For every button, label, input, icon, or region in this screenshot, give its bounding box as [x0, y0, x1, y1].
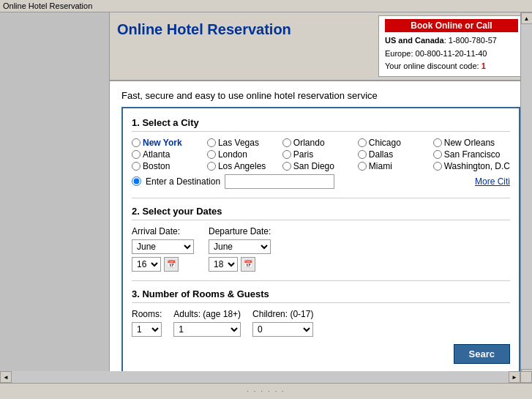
- right-scrollbar[interactable]: ▲ ▼: [520, 12, 532, 381]
- contact-info: US and Canada: 1-800-780-57 Europe: 00-8…: [385, 34, 518, 73]
- city-label-chicago[interactable]: Chicago: [369, 138, 401, 148]
- scroll-up-button[interactable]: ▲: [521, 12, 533, 24]
- city-label-new-orleans[interactable]: New Orleans: [444, 138, 495, 148]
- city-label-los-angeles[interactable]: Los Angeles: [218, 161, 266, 171]
- page-header: Online Hotel Reservation Book Online or …: [110, 12, 532, 81]
- destination-radio[interactable]: [132, 176, 141, 186]
- city-label-paris[interactable]: Paris: [293, 149, 313, 160]
- city-option-san-diego: San Diego: [282, 161, 355, 171]
- city-label-san-diego[interactable]: San Diego: [293, 161, 334, 171]
- city-label-las-vegas[interactable]: Las Vegas: [218, 138, 259, 148]
- city-option-boston: Boston: [132, 161, 204, 171]
- city-grid: New YorkLas VegasOrlandoChicagoNew Orlea…: [132, 138, 510, 171]
- page-title: Online Hotel Reservation: [117, 15, 291, 44]
- hscroll-track[interactable]: [12, 371, 509, 383]
- departure-day-select[interactable]: 1234567891011121314151617181920212223242…: [209, 257, 238, 272]
- radio-paris[interactable]: [282, 150, 291, 159]
- departure-day-controls: 1234567891011121314151617181920212223242…: [209, 257, 271, 272]
- children-group: Children: (0-17) 0 1 2 3: [252, 309, 313, 337]
- city-label-boston[interactable]: Boston: [143, 161, 170, 171]
- subtitle: Fast, secure and easy to use online hote…: [110, 81, 532, 107]
- arrival-day-select[interactable]: 1234567891011121314151617181920212223242…: [132, 257, 161, 272]
- title-bar-label: Online Hotel Reservation: [3, 1, 92, 10]
- city-label-dallas[interactable]: Dallas: [369, 149, 393, 160]
- radio-new-orleans[interactable]: [433, 138, 442, 147]
- radio-chicago[interactable]: [358, 138, 367, 147]
- arrival-calendar-icon[interactable]: 📅: [164, 257, 179, 272]
- bottom-scrollbar[interactable]: ◄ ►: [0, 371, 520, 383]
- radio-new-york[interactable]: [132, 138, 141, 147]
- city-option-london: London: [207, 149, 280, 160]
- city-label-new-york[interactable]: New York: [143, 138, 182, 148]
- section1-header: 1. Select a City: [132, 117, 510, 132]
- city-option-dallas: Dallas: [358, 149, 430, 160]
- city-label-miami[interactable]: Miami: [369, 161, 392, 171]
- city-option-las-vegas: Las Vegas: [207, 138, 280, 148]
- rooms-group: Rooms: 1 2 3 4: [132, 309, 162, 337]
- radio-las-vegas[interactable]: [207, 138, 216, 147]
- children-select[interactable]: 0 1 2 3: [252, 322, 313, 337]
- statusbar: · · · · · ·: [0, 383, 532, 399]
- radio-dallas[interactable]: [358, 150, 367, 159]
- adults-select[interactable]: 1 2 3 4: [173, 322, 241, 337]
- rooms-select[interactable]: 1 2 3 4: [132, 322, 162, 337]
- city-label-san-francisco[interactable]: San Francisco: [444, 149, 501, 160]
- more-cities-link[interactable]: More Citi: [475, 176, 510, 187]
- city-option-new-orleans: New Orleans: [433, 138, 510, 148]
- departure-calendar-icon[interactable]: 📅: [241, 257, 255, 272]
- discount-code: 1: [482, 61, 486, 70]
- dates-row: Arrival Date: JanuaryFebruaryMarchAprilM…: [132, 226, 510, 272]
- section3-header: 3. Number of Rooms & Guests: [132, 288, 510, 303]
- search-button-row: Searc: [132, 344, 510, 364]
- rooms-row: Rooms: 1 2 3 4 Adults: (age 18+) 1 2: [132, 309, 510, 337]
- city-option-paris: Paris: [282, 149, 355, 160]
- center-content: Online Hotel Reservation Book Online or …: [110, 12, 532, 397]
- rooms-section: 3. Number of Rooms & Guests Rooms: 1 2 3…: [132, 280, 510, 337]
- city-option-chicago: Chicago: [358, 138, 430, 148]
- contact-box: Book Online or Call US and Canada: 1-800…: [378, 15, 525, 77]
- city-option-san-francisco: San Francisco: [433, 149, 510, 160]
- scroll-right-button[interactable]: ►: [509, 371, 520, 383]
- left-sidebar: [0, 12, 110, 397]
- arrival-month-select[interactable]: JanuaryFebruaryMarchAprilMayJuneJulyAugu…: [132, 239, 194, 254]
- radio-san-francisco[interactable]: [433, 150, 442, 159]
- city-label-atlanta[interactable]: Atlanta: [143, 149, 170, 160]
- title-bar: Online Hotel Reservation: [0, 0, 532, 12]
- city-label-washington[interactable]: Washington, D.C: [444, 161, 510, 171]
- adults-label: Adults: (age 18+): [173, 309, 241, 319]
- main-area: Online Hotel Reservation Book Online or …: [0, 12, 532, 397]
- scrollbar-corner: [520, 371, 532, 383]
- scroll-track[interactable]: [521, 24, 532, 369]
- arrival-label: Arrival Date:: [132, 226, 194, 236]
- city-label-orlando[interactable]: Orlando: [293, 138, 325, 148]
- europe-label: Europe: [385, 49, 411, 58]
- arrival-controls: JanuaryFebruaryMarchAprilMayJuneJulyAugu…: [132, 239, 194, 254]
- city-label-london[interactable]: London: [218, 149, 247, 160]
- radio-boston[interactable]: [132, 162, 141, 171]
- rooms-label: Rooms:: [132, 309, 162, 319]
- radio-los-angeles[interactable]: [207, 162, 216, 171]
- arrival-day-controls: 1234567891011121314151617181920212223242…: [132, 257, 194, 272]
- dates-section: 2. Select your Dates Arrival Date: Janua…: [132, 198, 510, 272]
- us-canada-label: US and Canada: [385, 36, 444, 45]
- search-button[interactable]: Searc: [454, 344, 510, 364]
- departure-month-select[interactable]: JanuaryFebruaryMarchAprilMayJuneJulyAugu…: [209, 239, 271, 254]
- departure-group: Departure Date: JanuaryFebruaryMarchApri…: [209, 226, 271, 272]
- city-option-miami: Miami: [358, 161, 430, 171]
- city-section: 1. Select a City New YorkLas VegasOrland…: [132, 117, 510, 189]
- destination-input[interactable]: [225, 174, 334, 189]
- scroll-left-button[interactable]: ◄: [0, 371, 12, 383]
- city-option-washington: Washington, D.C: [433, 161, 510, 171]
- radio-atlanta[interactable]: [132, 150, 141, 159]
- radio-orlando[interactable]: [282, 138, 291, 147]
- us-phone: 1-800-780-57: [449, 36, 497, 45]
- radio-washington[interactable]: [433, 162, 442, 171]
- book-online-label: Book Online or Call: [385, 19, 518, 32]
- departure-controls: JanuaryFebruaryMarchAprilMayJuneJulyAugu…: [209, 239, 271, 254]
- radio-london[interactable]: [207, 150, 216, 159]
- radio-san-diego[interactable]: [282, 162, 291, 171]
- form-container: 1. Select a City New YorkLas VegasOrland…: [121, 107, 520, 374]
- destination-label[interactable]: Enter a Destination: [146, 176, 220, 187]
- radio-miami[interactable]: [358, 162, 367, 171]
- section2-header: 2. Select your Dates: [132, 206, 510, 220]
